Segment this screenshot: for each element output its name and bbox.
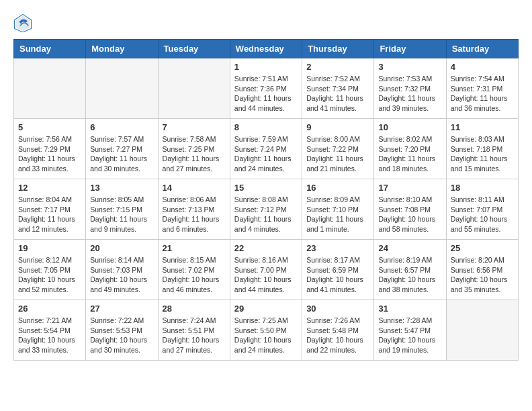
- day-number: 31: [378, 304, 441, 314]
- day-info: Sunrise: 7:56 AMSunset: 7:29 PMDaylight:…: [18, 134, 81, 174]
- day-info: Sunrise: 7:21 AMSunset: 5:54 PMDaylight:…: [18, 316, 81, 355]
- day-info: Sunrise: 8:05 AMSunset: 7:15 PMDaylight:…: [90, 195, 153, 234]
- day-info: Sunrise: 7:53 AMSunset: 7:32 PMDaylight:…: [378, 74, 441, 113]
- weekday-header-tuesday: Tuesday: [158, 40, 230, 58]
- day-info: Sunrise: 8:14 AMSunset: 7:03 PMDaylight:…: [90, 255, 153, 295]
- day-info: Sunrise: 8:04 AMSunset: 7:17 PMDaylight:…: [18, 195, 81, 234]
- calendar-cell: [446, 300, 518, 361]
- day-number: 7: [163, 122, 226, 132]
- day-info: Sunrise: 7:24 AMSunset: 5:51 PMDaylight:…: [163, 316, 226, 355]
- weekday-header-saturday: Saturday: [446, 40, 518, 58]
- calendar-cell: [158, 58, 230, 119]
- day-number: 4: [451, 62, 514, 72]
- logo: [13, 13, 35, 32]
- day-info: Sunrise: 8:16 AMSunset: 7:00 PMDaylight:…: [234, 255, 298, 295]
- calendar-cell: 16Sunrise: 8:09 AMSunset: 7:10 PMDayligh…: [302, 179, 374, 240]
- day-number: 24: [378, 243, 441, 253]
- calendar-cell: 15Sunrise: 8:08 AMSunset: 7:12 PMDayligh…: [230, 179, 302, 240]
- day-number: 10: [378, 122, 441, 132]
- day-number: 13: [90, 183, 153, 193]
- day-number: 22: [234, 243, 298, 253]
- calendar-cell: 30Sunrise: 7:26 AMSunset: 5:48 PMDayligh…: [302, 300, 374, 361]
- logo-icon: [13, 13, 32, 32]
- day-info: Sunrise: 7:22 AMSunset: 5:53 PMDaylight:…: [90, 316, 153, 355]
- calendar-cell: 28Sunrise: 7:24 AMSunset: 5:51 PMDayligh…: [158, 300, 230, 361]
- weekday-header-thursday: Thursday: [302, 40, 374, 58]
- week-row-5: 26Sunrise: 7:21 AMSunset: 5:54 PMDayligh…: [14, 300, 519, 361]
- weekday-header-sunday: Sunday: [14, 40, 86, 58]
- week-row-3: 12Sunrise: 8:04 AMSunset: 7:17 PMDayligh…: [14, 179, 519, 240]
- day-info: Sunrise: 8:12 AMSunset: 7:05 PMDaylight:…: [18, 255, 81, 295]
- day-number: 14: [163, 183, 226, 193]
- calendar-cell: 13Sunrise: 8:05 AMSunset: 7:15 PMDayligh…: [86, 179, 158, 240]
- day-number: 17: [378, 183, 441, 193]
- calendar-cell: 22Sunrise: 8:16 AMSunset: 7:00 PMDayligh…: [230, 240, 302, 300]
- calendar-cell: 2Sunrise: 7:52 AMSunset: 7:34 PMDaylight…: [302, 58, 374, 119]
- calendar-cell: 9Sunrise: 8:00 AMSunset: 7:22 PMDaylight…: [302, 119, 374, 179]
- day-info: Sunrise: 7:51 AMSunset: 7:36 PMDaylight:…: [234, 74, 298, 113]
- day-number: 11: [451, 122, 514, 132]
- week-row-1: 1Sunrise: 7:51 AMSunset: 7:36 PMDaylight…: [14, 58, 519, 119]
- calendar-cell: 31Sunrise: 7:28 AMSunset: 5:47 PMDayligh…: [374, 300, 446, 361]
- calendar-cell: 1Sunrise: 7:51 AMSunset: 7:36 PMDaylight…: [230, 58, 302, 119]
- weekday-header-friday: Friday: [374, 40, 446, 58]
- calendar-cell: 19Sunrise: 8:12 AMSunset: 7:05 PMDayligh…: [14, 240, 86, 300]
- calendar-cell: 3Sunrise: 7:53 AMSunset: 7:32 PMDaylight…: [374, 58, 446, 119]
- calendar-cell: 10Sunrise: 8:02 AMSunset: 7:20 PMDayligh…: [374, 119, 446, 179]
- calendar-cell: [14, 58, 86, 119]
- calendar-cell: 6Sunrise: 7:57 AMSunset: 7:27 PMDaylight…: [86, 119, 158, 179]
- day-number: 23: [306, 243, 369, 253]
- calendar-cell: 4Sunrise: 7:54 AMSunset: 7:31 PMDaylight…: [446, 58, 518, 119]
- day-number: 25: [451, 243, 514, 253]
- day-number: 28: [163, 304, 226, 314]
- calendar-cell: 26Sunrise: 7:21 AMSunset: 5:54 PMDayligh…: [14, 300, 86, 361]
- weekday-header-row: SundayMondayTuesdayWednesdayThursdayFrid…: [14, 40, 519, 58]
- day-info: Sunrise: 7:57 AMSunset: 7:27 PMDaylight:…: [90, 134, 153, 174]
- day-number: 30: [306, 304, 369, 314]
- day-number: 21: [163, 243, 226, 253]
- day-number: 26: [18, 304, 81, 314]
- calendar-cell: 14Sunrise: 8:06 AMSunset: 7:13 PMDayligh…: [158, 179, 230, 240]
- calendar-cell: 12Sunrise: 8:04 AMSunset: 7:17 PMDayligh…: [14, 179, 86, 240]
- calendar-cell: 20Sunrise: 8:14 AMSunset: 7:03 PMDayligh…: [86, 240, 158, 300]
- calendar-cell: 7Sunrise: 7:58 AMSunset: 7:25 PMDaylight…: [158, 119, 230, 179]
- day-info: Sunrise: 8:11 AMSunset: 7:07 PMDaylight:…: [451, 195, 514, 234]
- day-number: 6: [90, 122, 153, 132]
- day-number: 18: [451, 183, 514, 193]
- day-number: 20: [90, 243, 153, 253]
- day-info: Sunrise: 7:59 AMSunset: 7:24 PMDaylight:…: [234, 134, 298, 174]
- calendar-cell: 24Sunrise: 8:19 AMSunset: 6:57 PMDayligh…: [374, 240, 446, 300]
- weekday-header-monday: Monday: [86, 40, 158, 58]
- week-row-4: 19Sunrise: 8:12 AMSunset: 7:05 PMDayligh…: [14, 240, 519, 300]
- day-number: 5: [18, 122, 81, 132]
- calendar-cell: 8Sunrise: 7:59 AMSunset: 7:24 PMDaylight…: [230, 119, 302, 179]
- calendar-cell: 21Sunrise: 8:15 AMSunset: 7:02 PMDayligh…: [158, 240, 230, 300]
- page-header: [13, 13, 519, 32]
- day-info: Sunrise: 7:54 AMSunset: 7:31 PMDaylight:…: [451, 74, 514, 113]
- day-info: Sunrise: 7:25 AMSunset: 5:50 PMDaylight:…: [234, 316, 298, 355]
- day-number: 15: [234, 183, 298, 193]
- calendar-cell: 23Sunrise: 8:17 AMSunset: 6:59 PMDayligh…: [302, 240, 374, 300]
- week-row-2: 5Sunrise: 7:56 AMSunset: 7:29 PMDaylight…: [14, 119, 519, 179]
- day-info: Sunrise: 8:19 AMSunset: 6:57 PMDaylight:…: [378, 255, 441, 295]
- calendar-cell: 5Sunrise: 7:56 AMSunset: 7:29 PMDaylight…: [14, 119, 86, 179]
- calendar-cell: 29Sunrise: 7:25 AMSunset: 5:50 PMDayligh…: [230, 300, 302, 361]
- day-info: Sunrise: 8:10 AMSunset: 7:08 PMDaylight:…: [378, 195, 441, 234]
- day-number: 19: [18, 243, 81, 253]
- day-number: 9: [306, 122, 369, 132]
- calendar-cell: [86, 58, 158, 119]
- day-info: Sunrise: 8:08 AMSunset: 7:12 PMDaylight:…: [234, 195, 298, 234]
- day-number: 27: [90, 304, 153, 314]
- day-number: 2: [306, 62, 369, 72]
- calendar-cell: 27Sunrise: 7:22 AMSunset: 5:53 PMDayligh…: [86, 300, 158, 361]
- day-number: 16: [306, 183, 369, 193]
- day-number: 3: [378, 62, 441, 72]
- day-info: Sunrise: 7:26 AMSunset: 5:48 PMDaylight:…: [306, 316, 369, 355]
- day-info: Sunrise: 8:00 AMSunset: 7:22 PMDaylight:…: [306, 134, 369, 174]
- day-info: Sunrise: 8:15 AMSunset: 7:02 PMDaylight:…: [163, 255, 226, 295]
- day-info: Sunrise: 8:02 AMSunset: 7:20 PMDaylight:…: [378, 134, 441, 174]
- day-info: Sunrise: 7:58 AMSunset: 7:25 PMDaylight:…: [163, 134, 226, 174]
- day-info: Sunrise: 7:28 AMSunset: 5:47 PMDaylight:…: [378, 316, 441, 355]
- day-info: Sunrise: 8:03 AMSunset: 7:18 PMDaylight:…: [451, 134, 514, 174]
- day-info: Sunrise: 8:09 AMSunset: 7:10 PMDaylight:…: [306, 195, 369, 234]
